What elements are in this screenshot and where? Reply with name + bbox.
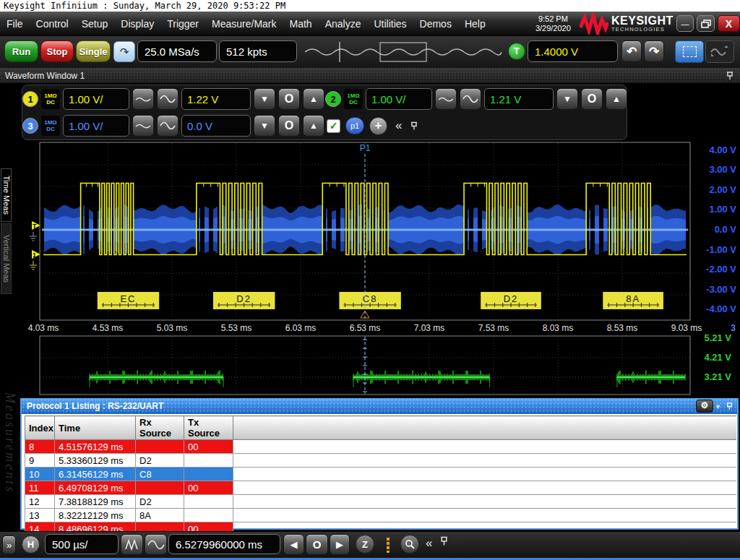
menu-measure-mark[interactable]: Measure/Mark [205, 12, 283, 35]
svg-text:4.53 ms: 4.53 ms [92, 323, 124, 333]
waveform-tools-button[interactable] [705, 40, 734, 63]
cell-filler [233, 440, 737, 454]
channel-2-scale-field[interactable]: 1.00 V/ [366, 88, 432, 110]
check-icon: ✓ [330, 120, 338, 132]
menu-file[interactable]: File [0, 12, 30, 35]
protocol-row[interactable]: 116.49708129 ms00 [25, 481, 737, 495]
menu-analyze[interactable]: Analyze [319, 12, 368, 35]
region-select-button[interactable] [675, 40, 704, 63]
undo-button[interactable]: ↶ [621, 40, 642, 62]
chevron-down-icon[interactable]: ▾ [716, 402, 720, 410]
channel-3-offset-zero-button[interactable]: O [278, 115, 300, 137]
channel-1-coupling: DC [46, 99, 55, 105]
sample-rate-field[interactable]: 25.0 MSa/s [137, 40, 217, 62]
protocol-table: Index Time Rx Source Tx Source 84.515761… [25, 415, 736, 536]
menu-help[interactable]: Help [458, 12, 492, 35]
trigger-indicator[interactable]: T [508, 43, 525, 60]
menu-demos[interactable]: Demos [413, 12, 458, 35]
horizontal-position-field[interactable]: 6.5279960000 ms [168, 534, 280, 554]
channel-2-offset-zero-button[interactable]: O [581, 88, 603, 110]
touch-mode-button[interactable]: ↷ [113, 41, 135, 62]
pin-icon[interactable] [410, 121, 418, 132]
expand-panel-button[interactable]: » [2, 535, 16, 554]
memory-depth-field[interactable]: 512 kpts [219, 40, 297, 62]
channel-2-coupling-button[interactable]: 1MΩ DC [344, 89, 363, 109]
probe-p1-button[interactable]: p1 [345, 117, 364, 134]
main-waveform-plot[interactable]: ECD2C8D28AP1T14.03 ms4.53 ms5.03 ms5.53 … [0, 141, 740, 335]
horizontal-settings-button[interactable]: H [22, 535, 40, 553]
search-zoom-button[interactable] [400, 535, 419, 553]
single-button[interactable]: Single [76, 40, 111, 62]
menu-math[interactable]: Math [283, 12, 319, 35]
pin-icon[interactable] [439, 535, 449, 547]
channel-1-offset-field[interactable]: 1.22 V [181, 88, 251, 110]
channel-1-button[interactable]: 1 [22, 91, 38, 107]
trigger-level-field[interactable]: 1.4000 V [528, 40, 618, 62]
grid-columns-button[interactable] [380, 535, 396, 554]
protocol-settings-button[interactable]: ⚙ [696, 400, 713, 413]
menu-utilities[interactable]: Utilities [367, 12, 413, 35]
channel-3-offset-down-button[interactable]: ▼ [254, 115, 275, 137]
acquisition-preview-strip[interactable] [302, 40, 504, 64]
zoom-waveform-plot[interactable]: 5.21 V4.21 V3.21 V [0, 335, 740, 396]
pin-icon[interactable] [726, 402, 733, 411]
protocol-row[interactable]: 84.51576129 ms00 [25, 440, 737, 454]
cell-rx: D2 [136, 495, 184, 509]
zoom-reset-button[interactable]: Z [356, 535, 374, 553]
timebase-field[interactable]: 500 µs/ [45, 534, 119, 554]
svg-text:5.21 V: 5.21 V [704, 335, 731, 343]
minimize-button[interactable]: — [676, 15, 694, 32]
protocol-row[interactable]: 127.38188129 msD2 [25, 495, 737, 509]
col-tx-source: Tx Source [184, 416, 233, 440]
channel-3-offset-up-button[interactable]: ▲ [303, 115, 324, 137]
channel-2-scale-up-icon[interactable] [460, 88, 481, 110]
close-button[interactable]: X [718, 15, 740, 32]
channel-1-scale-field[interactable]: 1.00 V/ [63, 88, 129, 110]
channel-3-coupling-button[interactable]: 1MΩ DC [41, 116, 60, 136]
waveform-window-titlebar[interactable]: Waveform Window 1 [0, 68, 740, 83]
collapse-chevron-icon[interactable]: « [423, 536, 435, 551]
menu-setup[interactable]: Setup [75, 12, 115, 35]
pan-left-button[interactable]: ◀ [283, 534, 304, 555]
probe-enable-checkbox[interactable]: ✓ [327, 119, 340, 133]
channel-2-offset-field[interactable]: 1.21 V [484, 88, 554, 110]
protocol-listing-panel: Protocol 1 Listing : RS-232/UART ⚙ ▾ Ind… [20, 398, 739, 530]
channel-2-offset-down-button[interactable]: ▼ [556, 88, 578, 110]
channel-2-offset-up-button[interactable]: ▲ [606, 88, 627, 110]
pin-icon[interactable] [726, 71, 734, 81]
channel-3-scale-down-icon[interactable] [132, 115, 154, 137]
restore-button[interactable] [697, 15, 715, 32]
channel-3-scale-up-icon[interactable] [157, 115, 178, 137]
zoom-out-time-button[interactable] [121, 534, 143, 555]
channel-1-coupling-button[interactable]: 1MΩ DC [41, 89, 60, 109]
protocol-row[interactable]: 106.31456129 msC8 [25, 468, 737, 481]
channel-3-controls: 3 1MΩ DC 1.00 V/ 0.0 V ▼ O ▲ [22, 114, 324, 137]
zoom-in-time-button[interactable] [145, 534, 167, 555]
channel-1-offset-up-button[interactable]: ▲ [303, 88, 324, 110]
add-measurement-button[interactable]: + [369, 117, 387, 135]
zoom-window-box[interactable] [380, 43, 426, 61]
stop-button[interactable]: Stop [40, 40, 74, 62]
channel-1-scale-up-icon[interactable] [157, 88, 178, 110]
channel-2-button[interactable]: 2 [325, 91, 341, 107]
menu-trigger[interactable]: Trigger [160, 12, 205, 35]
protocol-row[interactable]: 138.32212129 ms8A [25, 509, 737, 522]
pan-right-button[interactable]: ▶ [330, 534, 350, 555]
channel-1-scale-down-icon[interactable] [132, 88, 154, 110]
channel-3-button[interactable]: 3 [22, 118, 38, 134]
svg-text:D2: D2 [504, 293, 519, 304]
channel-2-scale-down-icon[interactable] [435, 88, 457, 110]
collapse-chevron-icon[interactable]: « [392, 119, 405, 133]
run-button[interactable]: Run [4, 40, 38, 62]
channel-1-controls: 1 1MΩ DC 1.00 V/ 1.22 V ▼ O ▲ [22, 87, 324, 111]
menu-control[interactable]: Control [30, 12, 75, 35]
channel-1-offset-down-button[interactable]: ▼ [254, 88, 275, 110]
protocol-row[interactable]: 95.33360129 msD2 [25, 454, 737, 468]
position-zero-button[interactable]: O [306, 534, 328, 555]
channel-3-scale-field[interactable]: 1.00 V/ [63, 115, 129, 137]
channel-1-offset-zero-button[interactable]: O [278, 88, 300, 110]
menu-display[interactable]: Display [114, 12, 160, 35]
protocol-titlebar[interactable]: Protocol 1 Listing : RS-232/UART ⚙ ▾ [22, 398, 737, 414]
channel-3-offset-field[interactable]: 0.0 V [181, 115, 251, 137]
redo-button[interactable]: ↷ [644, 40, 664, 62]
